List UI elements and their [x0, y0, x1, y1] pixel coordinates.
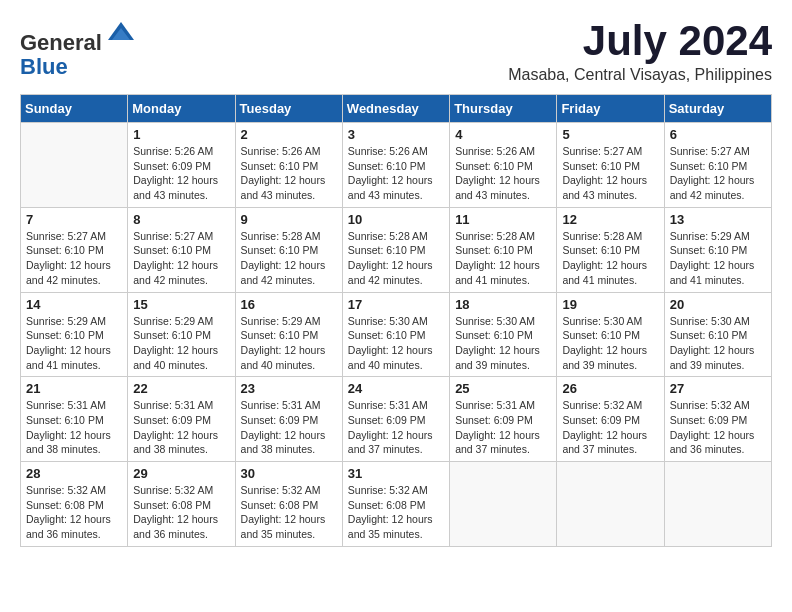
day-number: 26	[562, 381, 658, 396]
calendar-week-row: 1Sunrise: 5:26 AMSunset: 6:09 PMDaylight…	[21, 123, 772, 208]
day-number: 10	[348, 212, 444, 227]
day-number: 28	[26, 466, 122, 481]
weekday-header: Thursday	[450, 95, 557, 123]
logo-general: General	[20, 30, 102, 55]
calendar-day-cell: 20Sunrise: 5:30 AMSunset: 6:10 PMDayligh…	[664, 292, 771, 377]
day-detail: Sunrise: 5:30 AMSunset: 6:10 PMDaylight:…	[455, 314, 551, 373]
day-detail: Sunrise: 5:31 AMSunset: 6:09 PMDaylight:…	[455, 398, 551, 457]
calendar-day-cell: 10Sunrise: 5:28 AMSunset: 6:10 PMDayligh…	[342, 207, 449, 292]
day-number: 4	[455, 127, 551, 142]
weekday-header: Wednesday	[342, 95, 449, 123]
day-number: 18	[455, 297, 551, 312]
day-number: 29	[133, 466, 229, 481]
calendar-week-row: 7Sunrise: 5:27 AMSunset: 6:10 PMDaylight…	[21, 207, 772, 292]
day-detail: Sunrise: 5:32 AMSunset: 6:08 PMDaylight:…	[133, 483, 229, 542]
calendar-day-cell: 18Sunrise: 5:30 AMSunset: 6:10 PMDayligh…	[450, 292, 557, 377]
day-detail: Sunrise: 5:28 AMSunset: 6:10 PMDaylight:…	[348, 229, 444, 288]
day-number: 22	[133, 381, 229, 396]
calendar-day-cell: 8Sunrise: 5:27 AMSunset: 6:10 PMDaylight…	[128, 207, 235, 292]
month-title: July 2024	[508, 20, 772, 62]
day-number: 2	[241, 127, 337, 142]
day-detail: Sunrise: 5:32 AMSunset: 6:09 PMDaylight:…	[670, 398, 766, 457]
day-detail: Sunrise: 5:27 AMSunset: 6:10 PMDaylight:…	[26, 229, 122, 288]
day-number: 16	[241, 297, 337, 312]
weekday-header: Tuesday	[235, 95, 342, 123]
day-number: 20	[670, 297, 766, 312]
calendar-table: SundayMondayTuesdayWednesdayThursdayFrid…	[20, 94, 772, 547]
calendar-day-cell: 16Sunrise: 5:29 AMSunset: 6:10 PMDayligh…	[235, 292, 342, 377]
logo: General Blue	[20, 20, 136, 79]
logo-blue: Blue	[20, 54, 68, 79]
calendar-day-cell: 14Sunrise: 5:29 AMSunset: 6:10 PMDayligh…	[21, 292, 128, 377]
calendar-day-cell: 23Sunrise: 5:31 AMSunset: 6:09 PMDayligh…	[235, 377, 342, 462]
day-detail: Sunrise: 5:27 AMSunset: 6:10 PMDaylight:…	[133, 229, 229, 288]
day-number: 15	[133, 297, 229, 312]
day-number: 27	[670, 381, 766, 396]
calendar-day-cell: 29Sunrise: 5:32 AMSunset: 6:08 PMDayligh…	[128, 462, 235, 547]
day-detail: Sunrise: 5:28 AMSunset: 6:10 PMDaylight:…	[562, 229, 658, 288]
location: Masaba, Central Visayas, Philippines	[508, 66, 772, 84]
day-detail: Sunrise: 5:29 AMSunset: 6:10 PMDaylight:…	[133, 314, 229, 373]
calendar-day-cell: 1Sunrise: 5:26 AMSunset: 6:09 PMDaylight…	[128, 123, 235, 208]
calendar-day-cell: 3Sunrise: 5:26 AMSunset: 6:10 PMDaylight…	[342, 123, 449, 208]
calendar-day-cell	[450, 462, 557, 547]
calendar-day-cell: 28Sunrise: 5:32 AMSunset: 6:08 PMDayligh…	[21, 462, 128, 547]
day-detail: Sunrise: 5:32 AMSunset: 6:08 PMDaylight:…	[348, 483, 444, 542]
calendar-day-cell	[557, 462, 664, 547]
day-detail: Sunrise: 5:29 AMSunset: 6:10 PMDaylight:…	[670, 229, 766, 288]
day-detail: Sunrise: 5:32 AMSunset: 6:08 PMDaylight:…	[26, 483, 122, 542]
logo-icon	[106, 20, 136, 50]
calendar-day-cell: 4Sunrise: 5:26 AMSunset: 6:10 PMDaylight…	[450, 123, 557, 208]
calendar-week-row: 28Sunrise: 5:32 AMSunset: 6:08 PMDayligh…	[21, 462, 772, 547]
day-detail: Sunrise: 5:26 AMSunset: 6:10 PMDaylight:…	[455, 144, 551, 203]
day-number: 25	[455, 381, 551, 396]
day-detail: Sunrise: 5:31 AMSunset: 6:09 PMDaylight:…	[348, 398, 444, 457]
day-number: 19	[562, 297, 658, 312]
day-detail: Sunrise: 5:31 AMSunset: 6:10 PMDaylight:…	[26, 398, 122, 457]
day-detail: Sunrise: 5:26 AMSunset: 6:10 PMDaylight:…	[241, 144, 337, 203]
day-detail: Sunrise: 5:26 AMSunset: 6:10 PMDaylight:…	[348, 144, 444, 203]
calendar-day-cell: 31Sunrise: 5:32 AMSunset: 6:08 PMDayligh…	[342, 462, 449, 547]
calendar-day-cell: 2Sunrise: 5:26 AMSunset: 6:10 PMDaylight…	[235, 123, 342, 208]
day-number: 30	[241, 466, 337, 481]
day-number: 3	[348, 127, 444, 142]
calendar-day-cell: 7Sunrise: 5:27 AMSunset: 6:10 PMDaylight…	[21, 207, 128, 292]
weekday-header: Saturday	[664, 95, 771, 123]
day-number: 17	[348, 297, 444, 312]
calendar-day-cell: 22Sunrise: 5:31 AMSunset: 6:09 PMDayligh…	[128, 377, 235, 462]
calendar-day-cell	[664, 462, 771, 547]
day-number: 7	[26, 212, 122, 227]
calendar-day-cell: 11Sunrise: 5:28 AMSunset: 6:10 PMDayligh…	[450, 207, 557, 292]
day-detail: Sunrise: 5:31 AMSunset: 6:09 PMDaylight:…	[133, 398, 229, 457]
calendar-day-cell: 21Sunrise: 5:31 AMSunset: 6:10 PMDayligh…	[21, 377, 128, 462]
calendar-day-cell: 26Sunrise: 5:32 AMSunset: 6:09 PMDayligh…	[557, 377, 664, 462]
day-detail: Sunrise: 5:30 AMSunset: 6:10 PMDaylight:…	[562, 314, 658, 373]
day-number: 9	[241, 212, 337, 227]
weekday-header: Monday	[128, 95, 235, 123]
day-number: 6	[670, 127, 766, 142]
day-detail: Sunrise: 5:32 AMSunset: 6:09 PMDaylight:…	[562, 398, 658, 457]
day-detail: Sunrise: 5:29 AMSunset: 6:10 PMDaylight:…	[26, 314, 122, 373]
day-detail: Sunrise: 5:28 AMSunset: 6:10 PMDaylight:…	[241, 229, 337, 288]
day-number: 14	[26, 297, 122, 312]
day-number: 12	[562, 212, 658, 227]
calendar-day-cell: 27Sunrise: 5:32 AMSunset: 6:09 PMDayligh…	[664, 377, 771, 462]
calendar-week-row: 14Sunrise: 5:29 AMSunset: 6:10 PMDayligh…	[21, 292, 772, 377]
calendar-day-cell: 24Sunrise: 5:31 AMSunset: 6:09 PMDayligh…	[342, 377, 449, 462]
day-detail: Sunrise: 5:32 AMSunset: 6:08 PMDaylight:…	[241, 483, 337, 542]
day-detail: Sunrise: 5:26 AMSunset: 6:09 PMDaylight:…	[133, 144, 229, 203]
day-number: 21	[26, 381, 122, 396]
calendar-day-cell: 13Sunrise: 5:29 AMSunset: 6:10 PMDayligh…	[664, 207, 771, 292]
calendar-day-cell: 30Sunrise: 5:32 AMSunset: 6:08 PMDayligh…	[235, 462, 342, 547]
day-number: 11	[455, 212, 551, 227]
day-number: 23	[241, 381, 337, 396]
day-detail: Sunrise: 5:30 AMSunset: 6:10 PMDaylight:…	[348, 314, 444, 373]
day-detail: Sunrise: 5:31 AMSunset: 6:09 PMDaylight:…	[241, 398, 337, 457]
day-number: 31	[348, 466, 444, 481]
calendar-week-row: 21Sunrise: 5:31 AMSunset: 6:10 PMDayligh…	[21, 377, 772, 462]
weekday-header: Sunday	[21, 95, 128, 123]
calendar-day-cell: 6Sunrise: 5:27 AMSunset: 6:10 PMDaylight…	[664, 123, 771, 208]
title-block: July 2024 Masaba, Central Visayas, Phili…	[508, 20, 772, 84]
day-number: 5	[562, 127, 658, 142]
calendar-day-cell: 12Sunrise: 5:28 AMSunset: 6:10 PMDayligh…	[557, 207, 664, 292]
